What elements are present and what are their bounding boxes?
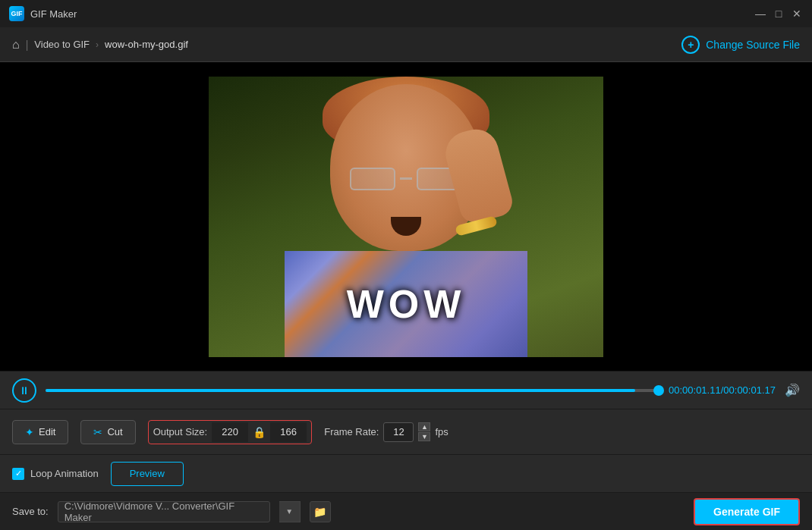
video-frame: WOW: [209, 77, 603, 357]
scissors-icon: ✂: [93, 426, 102, 438]
app-title: GIF Maker: [30, 8, 77, 20]
frame-rate-input[interactable]: [383, 422, 414, 442]
generate-gif-button[interactable]: Generate GIF: [694, 498, 800, 525]
playback-controls: ⏸ 00:00:01.11/00:00:01.17 🔊: [0, 371, 812, 409]
breadcrumb-arrow: ›: [96, 39, 99, 50]
save-path-display: C:\Vidmore\Vidmore V... Converter\GIF Ma…: [58, 501, 270, 522]
time-current: 00:00:01.11: [669, 384, 721, 396]
edit-icon: ✦: [25, 426, 34, 438]
progress-bar[interactable]: [46, 389, 659, 392]
navbar: ⌂ | Video to GIF › wow-oh-my-god.gif + C…: [0, 27, 812, 62]
spin-up-button[interactable]: ▲: [418, 422, 430, 431]
person-mouth: [391, 217, 421, 236]
lock-icon[interactable]: 🔒: [253, 426, 266, 438]
person-glasses: [350, 168, 462, 190]
time-total: 00:00:01.17: [723, 384, 776, 396]
dropdown-arrow-icon: ▼: [285, 507, 293, 516]
settings-bar: ✦ Edit ✂ Cut Output Size: 🔒 Frame Rate: …: [0, 409, 812, 454]
cut-label: Cut: [107, 426, 122, 437]
pause-button[interactable]: ⏸: [12, 378, 36, 403]
preview-button[interactable]: Preview: [111, 462, 184, 486]
save-to-label: Save to:: [12, 506, 49, 517]
breadcrumb: ⌂ | Video to GIF › wow-oh-my-god.gif: [12, 38, 188, 52]
open-folder-button[interactable]: 📁: [310, 501, 331, 522]
change-source-button[interactable]: + Change Source File: [681, 36, 800, 54]
change-source-icon: +: [681, 36, 700, 54]
maximize-button[interactable]: □: [773, 8, 785, 20]
output-size-group: Output Size: 🔒: [148, 420, 313, 444]
frame-rate-group: Frame Rate: ▲ ▼ fps: [324, 422, 448, 442]
window-controls: — □ ✕: [754, 8, 803, 20]
loop-checkbox[interactable]: ✓: [12, 468, 24, 480]
loop-animation-group: ✓ Loop Animation: [12, 468, 99, 480]
height-input[interactable]: [270, 422, 307, 442]
title-bar-left: GIF GIF Maker: [9, 6, 77, 21]
breadcrumb-current-file: wow-oh-my-god.gif: [105, 39, 188, 50]
movie-content: WOW: [209, 77, 603, 357]
width-input[interactable]: [212, 422, 248, 442]
path-dropdown-button[interactable]: ▼: [279, 501, 301, 522]
fps-unit: fps: [435, 426, 448, 437]
minimize-button[interactable]: —: [754, 8, 766, 20]
change-source-label: Change Source File: [706, 39, 800, 51]
cut-button[interactable]: ✂ Cut: [80, 420, 135, 444]
frame-rate-spinner: ▲ ▼: [418, 422, 430, 441]
close-button[interactable]: ✕: [791, 8, 803, 20]
folder-icon: 📁: [313, 506, 326, 518]
glass-bridge: [400, 177, 412, 180]
video-area: WOW: [0, 62, 812, 371]
frame-rate-label: Frame Rate:: [324, 426, 379, 437]
loop-animation-label: Loop Animation: [30, 468, 99, 479]
home-icon[interactable]: ⌂: [12, 38, 20, 52]
video-caption: WOW: [347, 281, 466, 327]
volume-icon[interactable]: 🔊: [785, 383, 800, 397]
nav-link-video-to-gif[interactable]: Video to GIF: [34, 39, 90, 50]
progress-fill: [46, 389, 635, 392]
time-display: 00:00:01.11/00:00:01.17: [669, 384, 776, 396]
progress-thumb[interactable]: [653, 385, 664, 396]
edit-label: Edit: [39, 426, 55, 437]
edit-button[interactable]: ✦ Edit: [12, 420, 68, 444]
save-bar: Save to: C:\Vidmore\Vidmore V... Convert…: [0, 492, 812, 530]
app-logo: GIF: [9, 6, 24, 21]
glass-left: [350, 168, 395, 190]
title-bar: GIF GIF Maker — □ ✕: [0, 0, 812, 27]
output-size-label: Output Size:: [153, 426, 208, 437]
spin-down-button[interactable]: ▼: [418, 432, 430, 441]
loop-row: ✓ Loop Animation Preview: [0, 454, 812, 492]
nav-separator: |: [26, 39, 29, 51]
